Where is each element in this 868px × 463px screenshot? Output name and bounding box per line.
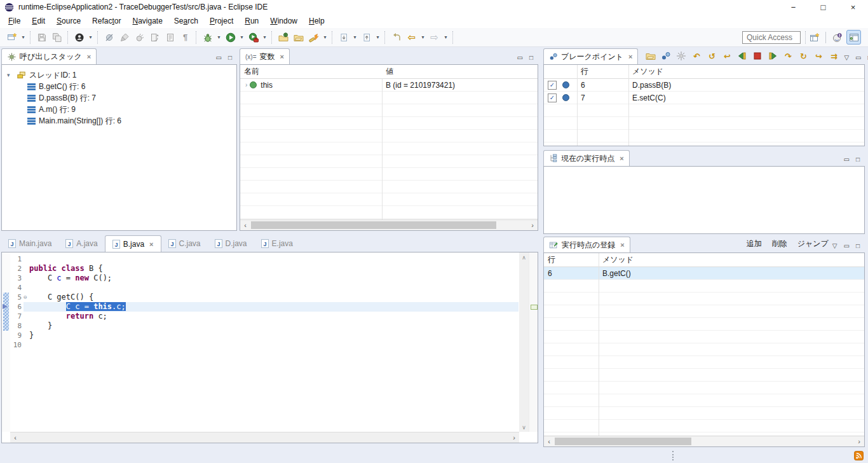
- column-method[interactable]: メソッド: [599, 254, 864, 265]
- menu-run[interactable]: Run: [239, 15, 264, 27]
- code-line[interactable]: 6 C c = this.c;: [10, 302, 519, 312]
- user-icon[interactable]: [72, 30, 86, 45]
- variables-row[interactable]: ›thisB (id = 2101973421): [240, 79, 538, 92]
- dropdown-icon[interactable]: ▾: [351, 34, 358, 40]
- registration-row[interactable]: 6B.getC(): [544, 267, 864, 280]
- resume-forward-icon[interactable]: [766, 50, 779, 62]
- view-menu-icon[interactable]: ▽: [832, 243, 837, 249]
- close-icon[interactable]: ×: [280, 53, 284, 60]
- save-all-icon[interactable]: [50, 30, 64, 45]
- code-line[interactable]: 3 C c = new C();: [10, 273, 519, 283]
- report-icon[interactable]: [163, 30, 177, 45]
- tab-call-stack[interactable]: 呼び出しスタック ×: [1, 48, 97, 64]
- notifications-icon[interactable]: [854, 451, 864, 460]
- scroll-right-icon[interactable]: ›: [509, 432, 519, 443]
- breakpoint-row[interactable]: ✓6D.passB(B): [544, 79, 864, 92]
- minimize-view-icon[interactable]: ▭: [216, 55, 222, 61]
- link-editor-icon[interactable]: [147, 30, 162, 45]
- breakpoint-pair-icon[interactable]: [660, 50, 672, 62]
- maximize-window-button[interactable]: □: [808, 0, 838, 14]
- debug-icon[interactable]: [200, 30, 215, 45]
- tab-registration[interactable]: 実行時点の登録 ×: [543, 237, 630, 252]
- editor-hscrollbar[interactable]: ‹ ›: [10, 432, 519, 443]
- prev-annotation-icon[interactable]: [359, 30, 374, 45]
- editor-tab-d-java[interactable]: JD.java: [208, 235, 254, 252]
- breakpoint-checkbox[interactable]: ✓: [548, 93, 557, 102]
- editor-gutter-ruler[interactable]: [2, 252, 10, 432]
- menu-help[interactable]: Help: [303, 15, 330, 27]
- menu-project[interactable]: Project: [204, 15, 239, 27]
- code-line[interactable]: 9}: [10, 331, 519, 340]
- close-window-button[interactable]: ×: [838, 0, 868, 14]
- editor-tab-e-java[interactable]: JE.java: [254, 235, 300, 252]
- open-perspective-icon[interactable]: [807, 30, 822, 45]
- minimize-view-icon[interactable]: ▭: [844, 156, 850, 163]
- minimize-view-icon[interactable]: ▭: [844, 243, 850, 249]
- dropdown-icon[interactable]: ▾: [87, 34, 94, 40]
- close-icon[interactable]: ×: [628, 53, 632, 60]
- registration-hscrollbar[interactable]: ‹ ›: [544, 436, 864, 446]
- maximize-view-icon[interactable]: □: [228, 55, 232, 61]
- java-perspective-icon[interactable]: [830, 30, 844, 45]
- call-stack-frame[interactable]: A.m() 行: 9: [2, 104, 236, 115]
- dropdown-icon[interactable]: ▾: [261, 34, 268, 40]
- code-line[interactable]: 1: [10, 254, 519, 264]
- call-stack-frame[interactable]: Main.main(String[]) 行: 6: [2, 115, 236, 127]
- menu-search[interactable]: Search: [168, 15, 204, 27]
- column-line[interactable]: 行: [544, 254, 599, 265]
- code-area[interactable]: 12public class B {3 C c = new C();45⊖ C …: [10, 254, 519, 350]
- call-stack-frame[interactable]: B.getC() 行: 6: [2, 81, 236, 92]
- format-icon[interactable]: [117, 30, 132, 45]
- dropdown-icon[interactable]: ▾: [419, 34, 426, 40]
- thread-node[interactable]: ▾ スレッドID: 1: [2, 69, 236, 81]
- column-value[interactable]: 値: [382, 66, 538, 77]
- open-folder-icon[interactable]: [291, 30, 306, 45]
- minimize-view-icon[interactable]: ▭: [855, 55, 861, 61]
- menu-window[interactable]: Window: [264, 15, 303, 27]
- editor-tab-a-java[interactable]: JA.java: [58, 235, 104, 252]
- scroll-right-icon[interactable]: ›: [527, 220, 538, 230]
- step-into-icon[interactable]: ↷: [782, 50, 794, 62]
- coverage-icon[interactable]: [246, 30, 261, 45]
- delete-button[interactable]: 削除: [772, 238, 787, 249]
- minimize-window-button[interactable]: −: [778, 0, 808, 14]
- torch-icon[interactable]: [306, 30, 321, 45]
- run-to-line-icon[interactable]: ⇉: [827, 50, 840, 62]
- step-over-icon[interactable]: ↻: [797, 50, 810, 62]
- fold-minus-icon[interactable]: ⊖: [24, 293, 29, 302]
- quick-access-input[interactable]: [742, 31, 801, 44]
- scroll-up-icon[interactable]: ∧: [519, 252, 529, 262]
- view-menu-icon[interactable]: ▽: [844, 55, 849, 61]
- scroll-left-icon[interactable]: ‹: [10, 432, 20, 443]
- next-annotation-icon[interactable]: [336, 30, 351, 45]
- clean-icon[interactable]: [132, 30, 147, 45]
- chevron-right-icon[interactable]: ›: [240, 81, 247, 88]
- scroll-right-icon[interactable]: ›: [854, 436, 864, 446]
- code-line[interactable]: 5⊖ C getC() {: [10, 293, 519, 302]
- trace-search-icon[interactable]: [675, 50, 688, 62]
- code-line[interactable]: 7 return c;: [10, 312, 519, 321]
- add-button[interactable]: 追加: [747, 238, 762, 249]
- menu-refactor[interactable]: Refactor: [86, 15, 126, 27]
- dropdown-icon[interactable]: ▾: [322, 34, 329, 40]
- close-icon[interactable]: ×: [620, 241, 624, 249]
- editor-tab-c-java[interactable]: JC.java: [161, 235, 208, 252]
- tab-current-execution-point[interactable]: 現在の実行時点 ×: [543, 150, 630, 166]
- editor-vscrollbar[interactable]: ∧ ∨: [519, 252, 529, 432]
- close-icon[interactable]: ×: [87, 53, 91, 60]
- dropdown-icon[interactable]: ▾: [442, 34, 449, 40]
- maximize-view-icon[interactable]: □: [856, 156, 860, 163]
- step-back-into-icon[interactable]: ↶: [690, 50, 703, 62]
- code-line[interactable]: 8 }: [10, 321, 519, 331]
- open-type-icon[interactable]: [276, 30, 290, 45]
- tab-variables[interactable]: (x)= 変数 ×: [240, 48, 290, 64]
- pilcrow-icon[interactable]: ¶: [178, 30, 193, 45]
- menu-navigate[interactable]: Navigate: [126, 15, 168, 27]
- dropdown-icon[interactable]: ▾: [374, 34, 381, 40]
- menu-file[interactable]: File: [3, 15, 26, 27]
- step-return-icon[interactable]: ↪: [812, 50, 825, 62]
- resume-backward-icon[interactable]: [736, 50, 749, 62]
- terminate-icon[interactable]: [751, 50, 764, 62]
- last-edit-icon[interactable]: [389, 30, 403, 45]
- variables-hscrollbar[interactable]: ‹ ›: [240, 219, 538, 230]
